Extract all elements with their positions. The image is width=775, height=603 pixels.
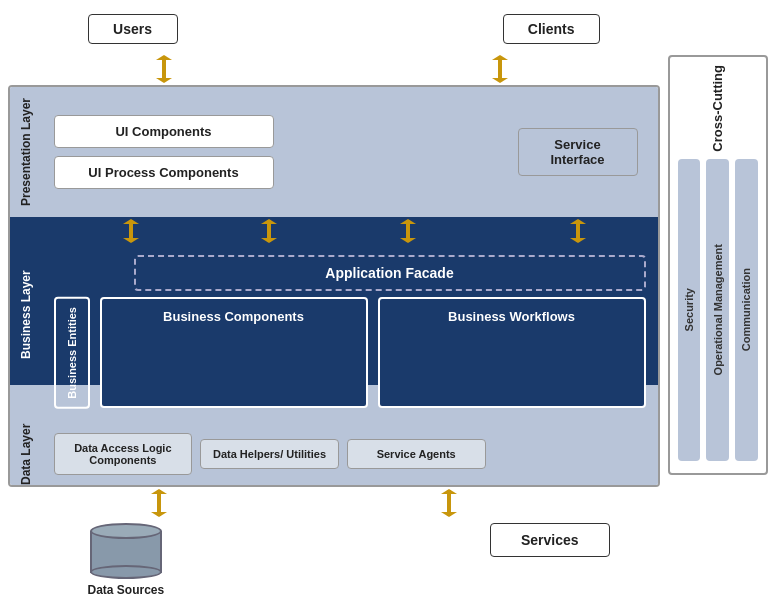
data-layer-content: Data Access Logic Components Data Helper…	[42, 409, 498, 487]
business-layer-content: Application Facade Business Entities Bus…	[42, 245, 658, 385]
svg-marker-30	[441, 489, 457, 494]
data-access-box: Data Access Logic Components	[54, 433, 193, 475]
svg-marker-19	[570, 238, 586, 243]
arrow-pb3	[397, 219, 419, 243]
business-components-box: Business Components	[100, 297, 368, 409]
pres-biz-arrows	[10, 217, 658, 245]
users-box: Users	[88, 14, 178, 44]
presentation-right: Service Interface	[498, 87, 658, 217]
clients-arrow	[489, 55, 511, 83]
svg-marker-6	[492, 55, 508, 60]
crosscutting-area: Cross-Cutting Security Operational Manag…	[668, 55, 768, 475]
clients-box: Clients	[503, 14, 600, 44]
top-nodes: Users Clients	[8, 7, 660, 51]
svg-marker-31	[441, 512, 457, 517]
bottom-nodes: Data Sources Services	[8, 523, 660, 597]
services-arrow	[438, 489, 460, 517]
data-helpers-box: Data Helpers/ Utilities	[200, 439, 339, 469]
svg-marker-27	[151, 489, 167, 494]
arrow-pb2	[258, 219, 280, 243]
svg-marker-10	[123, 238, 139, 243]
data-layer: Data Layer Data Access Logic Components …	[10, 409, 658, 487]
service-interface-box: Service Interface	[518, 128, 638, 176]
main-area: Users Clients	[8, 7, 660, 597]
svg-marker-12	[261, 219, 277, 224]
svg-marker-4	[156, 78, 172, 83]
svg-marker-28	[151, 512, 167, 517]
crosscutting-security-label: Security	[683, 288, 695, 331]
ui-process-box: UI Process Components	[54, 156, 274, 189]
crosscutting-label: Cross-Cutting	[710, 65, 725, 152]
biz-components-row: Business Entities Business Components Bu…	[54, 297, 646, 409]
datasources-arrow	[148, 489, 170, 517]
app-facade-box: Application Facade	[134, 255, 646, 291]
users-arrow	[153, 55, 175, 83]
crosscutting-ops-label: Operational Management	[712, 244, 724, 375]
crosscutting-columns: Security Operational Management Communic…	[674, 155, 762, 464]
svg-marker-13	[261, 238, 277, 243]
presentation-layer: Presentation Layer UI Components UI Proc…	[10, 87, 658, 217]
business-entities-box: Business Entities	[54, 297, 90, 409]
presentation-layer-content: UI Components UI Process Components	[42, 87, 498, 217]
svg-marker-18	[570, 219, 586, 224]
crosscutting-col-ops: Operational Management	[706, 159, 729, 460]
layers-area: Presentation Layer UI Components UI Proc…	[8, 85, 660, 487]
svg-marker-15	[400, 219, 416, 224]
svg-marker-7	[492, 78, 508, 83]
svg-marker-16	[400, 238, 416, 243]
data-sources-node: Data Sources	[88, 523, 165, 597]
business-layer: Business Layer Application Facade Busine…	[10, 245, 658, 385]
crosscutting-col-security: Security	[678, 159, 701, 460]
ui-components-box: UI Components	[54, 115, 274, 148]
services-box: Services	[490, 523, 610, 557]
service-agents-box: Service Agents	[347, 439, 486, 469]
presentation-layer-label: Presentation Layer	[10, 87, 42, 217]
svg-marker-9	[123, 219, 139, 224]
bottom-arrows-row	[8, 487, 660, 517]
arrow-pb1	[120, 219, 142, 243]
business-workflows-box: Business Workflows	[378, 297, 646, 409]
crosscutting-col-comm: Communication	[735, 159, 758, 460]
data-sources-label: Data Sources	[88, 583, 165, 597]
diagram-container: Users Clients	[8, 7, 768, 597]
crosscutting-comm-label: Communication	[740, 268, 752, 351]
business-layer-label: Business Layer	[10, 245, 42, 385]
svg-marker-3	[156, 55, 172, 60]
data-layer-label: Data Layer	[10, 409, 42, 487]
arrow-si	[567, 219, 589, 243]
top-arrows	[8, 55, 660, 83]
